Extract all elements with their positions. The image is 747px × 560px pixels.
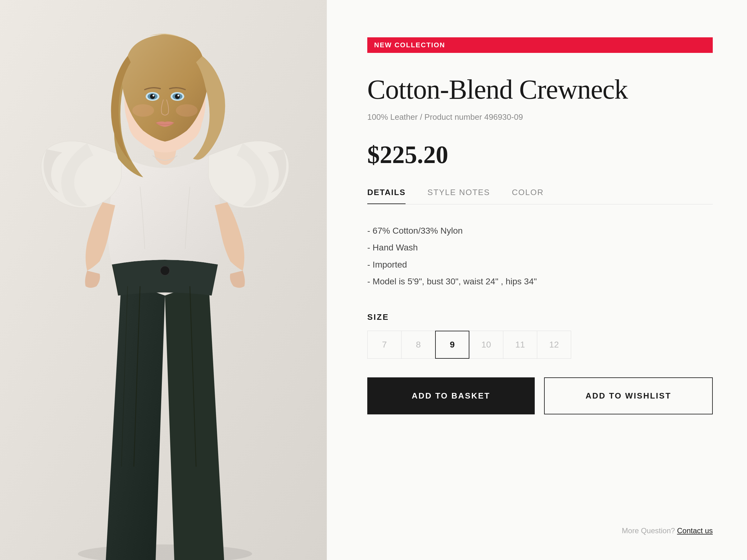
size-option-12[interactable]: 12 <box>537 331 571 359</box>
description-line-2: - Hand Wash <box>367 240 713 256</box>
description-line-4: - Model is 5'9", bust 30", waist 24" , h… <box>367 274 713 289</box>
svg-point-13 <box>153 95 154 97</box>
size-option-11[interactable]: 11 <box>503 331 537 359</box>
model-illustration <box>0 0 327 560</box>
product-description: - 67% Cotton/33% Nylon - Hand Wash - Imp… <box>367 223 713 291</box>
svg-point-16 <box>176 104 198 117</box>
product-subtitle: 100% Leather / Product number 496930-09 <box>367 112 713 122</box>
tabs-section: DETAILS STYLE NOTES COLOR <box>367 188 713 205</box>
svg-point-14 <box>177 95 179 97</box>
size-section: SIZE 7 8 9 10 11 12 <box>367 312 713 359</box>
svg-point-11 <box>150 94 155 99</box>
svg-point-2 <box>160 266 170 275</box>
action-buttons: ADD TO BASKET ADD TO WISHLIST <box>367 377 713 415</box>
product-title: Cotton-Blend Crewneck <box>367 75 713 105</box>
size-options: 7 8 9 10 11 12 <box>367 331 713 359</box>
product-details-section: NEW COLLECTION Cotton-Blend Crewneck 100… <box>327 0 747 560</box>
description-line-3: - Imported <box>367 257 713 272</box>
new-collection-badge: NEW COLLECTION <box>367 37 713 53</box>
product-image <box>0 0 327 560</box>
product-image-section <box>0 0 327 560</box>
question-text: More Question? <box>622 526 675 535</box>
size-option-7[interactable]: 7 <box>367 331 402 359</box>
svg-point-12 <box>175 94 180 99</box>
size-option-8[interactable]: 8 <box>401 331 435 359</box>
add-to-wishlist-button[interactable]: ADD TO WISHLIST <box>544 377 713 415</box>
product-price: $225.20 <box>367 141 713 169</box>
footer-question: More Question? Contact us <box>622 526 713 535</box>
size-option-9[interactable]: 9 <box>435 331 469 359</box>
add-to-basket-button[interactable]: ADD TO BASKET <box>367 377 535 415</box>
tab-details[interactable]: DETAILS <box>367 188 406 204</box>
tab-color[interactable]: COLOR <box>512 188 543 204</box>
tab-style-notes[interactable]: STYLE NOTES <box>427 188 490 204</box>
size-option-10[interactable]: 10 <box>469 331 503 359</box>
contact-us-link[interactable]: Contact us <box>677 526 713 535</box>
description-line-1: - 67% Cotton/33% Nylon <box>367 223 713 239</box>
svg-point-15 <box>132 104 154 117</box>
size-label: SIZE <box>367 312 713 322</box>
